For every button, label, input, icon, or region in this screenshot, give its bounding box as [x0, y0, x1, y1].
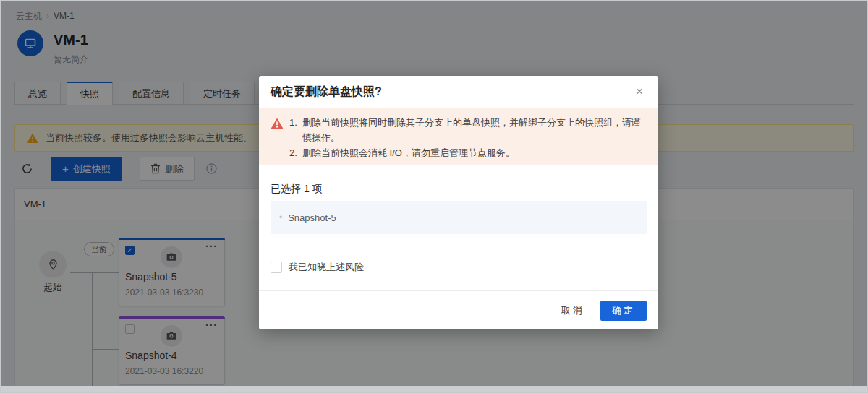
- selected-count-label: 已选择 1 项: [271, 183, 323, 196]
- warning-text: 删除当前快照会消耗 I/O，请勿重启管理节点服务。: [302, 145, 647, 160]
- warning-triangle-icon: [271, 117, 284, 165]
- warning-item: 2. 删除当前快照会消耗 I/O，请勿重启管理节点服务。: [289, 145, 647, 160]
- dialog-warning-box: 1. 删除当前快照将同时删除其子分支上的单盘快照，并解绑子分支上的快照组，请谨慎…: [259, 108, 658, 165]
- dialog-title: 确定要删除单盘快照?: [271, 85, 382, 100]
- app-window: 云主机›VM-1 VM-1 暂无简介 总览 快照 配置信息 定时任务 当前快照较…: [0, 0, 868, 393]
- list-bullet: •: [279, 212, 282, 223]
- risk-label: 我已知晓上述风险: [289, 261, 364, 274]
- warning-text: 删除当前快照将同时删除其子分支上的单盘快照，并解绑子分支上的快照组，请谨慎操作。: [302, 115, 647, 145]
- risk-acknowledge-row[interactable]: 我已知晓上述风险: [271, 261, 364, 274]
- selected-items-box: • Snapshot-5: [271, 201, 647, 234]
- dialog-footer: 取消 确定: [259, 290, 658, 329]
- cancel-button[interactable]: 取消: [561, 304, 584, 317]
- delete-snapshot-dialog: 确定要删除单盘快照? × 1. 删除当前快照将同时删除其子分支上的单盘快照，并解…: [259, 76, 658, 329]
- warning-number: 1.: [289, 115, 302, 145]
- risk-checkbox[interactable]: [271, 262, 282, 273]
- close-icon[interactable]: ×: [631, 83, 648, 100]
- dialog-header: 确定要删除单盘快照?: [259, 76, 658, 108]
- warning-item: 1. 删除当前快照将同时删除其子分支上的单盘快照，并解绑子分支上的快照组，请谨慎…: [289, 115, 647, 145]
- confirm-button[interactable]: 确定: [600, 301, 647, 321]
- warning-list: 1. 删除当前快照将同时删除其子分支上的单盘快照，并解绑子分支上的快照组，请谨慎…: [289, 115, 647, 165]
- selected-item-name: Snapshot-5: [288, 212, 336, 223]
- warning-number: 2.: [289, 145, 302, 160]
- window-bottom-strip: [0, 386, 868, 393]
